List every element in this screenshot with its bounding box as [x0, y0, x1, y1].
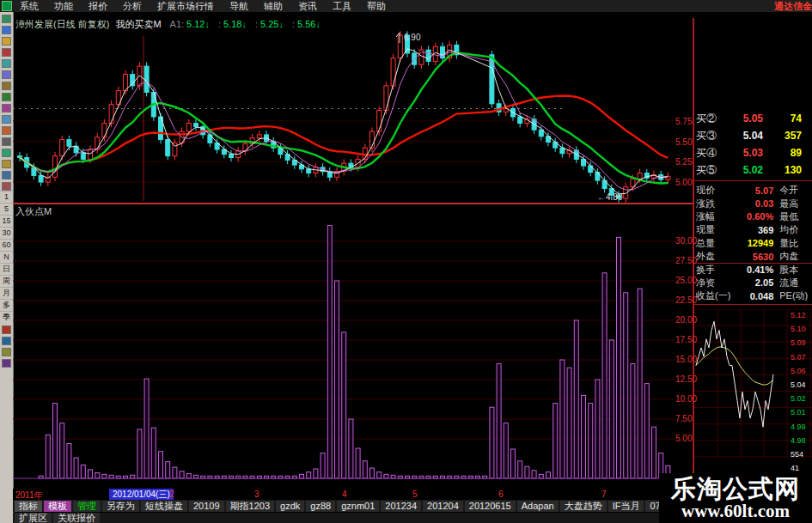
histogram-bar: [166, 462, 170, 478]
mini-axis-label: 5.10: [791, 325, 806, 333]
period-button-日[interactable]: 日: [0, 263, 13, 275]
bid-price: 5.05: [723, 113, 763, 125]
down-arrow-icon: ↓: [241, 19, 247, 29]
tab-2[interactable]: 管理: [73, 501, 101, 512]
bid-price: 5.02: [723, 164, 763, 176]
histogram-bar: [89, 470, 93, 478]
tab-8[interactable]: gz88: [306, 501, 335, 512]
histogram-bar: [504, 423, 508, 478]
toolbar-icon-13[interactable]: [2, 160, 11, 168]
tab-7[interactable]: gzdk: [276, 501, 304, 512]
tab-10[interactable]: 201234: [381, 501, 421, 512]
tdx-trading-app: 系统功能报价分析扩展市场行情导航辅助资讯工具帮助 通达信金 15153060N日…: [0, 0, 812, 523]
tab-5[interactable]: 20109: [189, 501, 224, 512]
histogram-bar: [335, 281, 339, 478]
histogram-bar: [60, 423, 64, 478]
toolbar-icon-6[interactable]: [2, 82, 11, 90]
watermark-url: www.60lt.com: [681, 502, 790, 520]
toolbar-icon-14[interactable]: [2, 171, 11, 179]
toolbar-icon-2[interactable]: [2, 37, 11, 46]
menu-item-1[interactable]: 功能: [46, 0, 81, 13]
order-book-row[interactable]: 买④5.0389: [694, 144, 812, 161]
quote-divider: [694, 180, 812, 181]
toolbar-icon-7[interactable]: [2, 93, 11, 101]
toolbar-icon-b2[interactable]: [2, 348, 11, 356]
toolbar-icon-b3[interactable]: [2, 359, 11, 368]
histogram-bar: [46, 435, 50, 478]
tab-15[interactable]: IF当月: [608, 501, 644, 512]
toolbar-icon-0[interactable]: [2, 15, 11, 23]
candlestick-chart[interactable]: 6.90: [13, 29, 675, 205]
period-button-1[interactable]: 1: [0, 191, 13, 203]
candle-body: [144, 66, 149, 92]
tab-11[interactable]: 201204: [423, 501, 463, 512]
stat-value: 3.16: [809, 277, 812, 288]
menu-item-3[interactable]: 分析: [115, 0, 150, 13]
menu-item-5[interactable]: 导航: [222, 0, 256, 13]
tab-6[interactable]: 期指1203: [226, 501, 274, 512]
tab-4[interactable]: 短线操盘: [141, 501, 187, 512]
menu-item-8[interactable]: 工具: [325, 0, 359, 13]
indicator-histogram[interactable]: [13, 206, 675, 490]
tab-0[interactable]: 指标: [15, 501, 42, 512]
stat-label: 今开: [773, 184, 809, 197]
bid-label: 买④: [694, 146, 723, 161]
histogram-bar: [370, 468, 375, 478]
menu-item-0[interactable]: 系统: [12, 0, 46, 13]
menu-item-9[interactable]: 帮助: [359, 0, 394, 13]
histogram-bar: [314, 469, 318, 478]
toolbar-icon-12[interactable]: [2, 149, 11, 157]
order-book-row[interactable]: 买③5.04357: [694, 127, 812, 144]
mini-axis-label: 41: [791, 464, 799, 472]
toolbar-icon-15[interactable]: [2, 182, 11, 191]
toolbar-icon-b1[interactable]: [2, 337, 11, 345]
tab-9[interactable]: gznm01: [337, 501, 379, 512]
toolbar-icon-9[interactable]: [2, 115, 11, 124]
bid-volume: 74: [763, 113, 812, 125]
tab-13[interactable]: Adapan: [517, 501, 559, 512]
indicator-values: A1:5.12↓:5.18↓:5.25↓:5.56↓: [162, 19, 321, 29]
order-book-row[interactable]: 买⑤5.02130: [694, 161, 812, 179]
menu-item-4[interactable]: 扩展市场行情: [150, 0, 222, 13]
histogram-bar: [102, 474, 107, 478]
tab2-1[interactable]: 关联报价: [53, 513, 100, 523]
stat-label: 最高: [773, 198, 809, 210]
toolbar-icon-5[interactable]: [2, 70, 11, 79]
period-button-多[interactable]: 多: [0, 299, 13, 311]
tab-12[interactable]: 20120615: [465, 501, 516, 512]
histogram-bar: [553, 404, 558, 478]
menu-item-6[interactable]: 辅助: [256, 0, 290, 13]
toolbar-icon-1[interactable]: [2, 26, 11, 34]
period-button-N[interactable]: N: [0, 251, 13, 263]
period-button-15[interactable]: 15: [0, 215, 13, 227]
tab2-0[interactable]: 扩展区: [15, 513, 52, 523]
indicator-y-label: 7.50: [675, 414, 694, 423]
period-button-季[interactable]: 季: [0, 311, 13, 323]
menu-item-7[interactable]: 资讯: [290, 0, 325, 13]
toolbar-icon-10[interactable]: [2, 126, 11, 135]
menu-item-2[interactable]: 报价: [81, 0, 115, 13]
period-button-周[interactable]: 周: [0, 275, 13, 287]
order-book-row[interactable]: 买②5.0574: [694, 110, 812, 127]
candle-body: [102, 124, 107, 137]
stat-label: 涨幅: [694, 210, 736, 223]
toolbar-icon-4[interactable]: [2, 59, 11, 68]
high-price-annotation: 6.90: [404, 33, 421, 42]
bid-volume: 89: [763, 147, 812, 159]
intraday-mini-chart[interactable]: 5.125.105.095.075.065.045.025.014.994.98…: [694, 309, 812, 472]
tab-1[interactable]: 模板: [44, 501, 71, 512]
candle-body: [166, 140, 170, 156]
period-button-30[interactable]: 30: [0, 227, 13, 239]
period-button-5[interactable]: 5: [0, 203, 13, 215]
tab-3[interactable]: 另存为: [102, 501, 139, 512]
tab-14[interactable]: 大盘趋势: [560, 501, 607, 512]
period-button-月[interactable]: 月: [0, 287, 13, 299]
stat-value: 5.0: [809, 185, 812, 196]
toolbar-icon-3[interactable]: [2, 48, 11, 57]
indicator-y-label: 30.00: [675, 236, 694, 246]
toolbar-icon-b0[interactable]: [2, 325, 11, 334]
toolbar-icon-11[interactable]: [2, 137, 11, 146]
panel-divider-horizontal[interactable]: [13, 203, 693, 204]
toolbar-icon-8[interactable]: [2, 104, 11, 113]
period-button-60[interactable]: 60: [0, 239, 13, 251]
